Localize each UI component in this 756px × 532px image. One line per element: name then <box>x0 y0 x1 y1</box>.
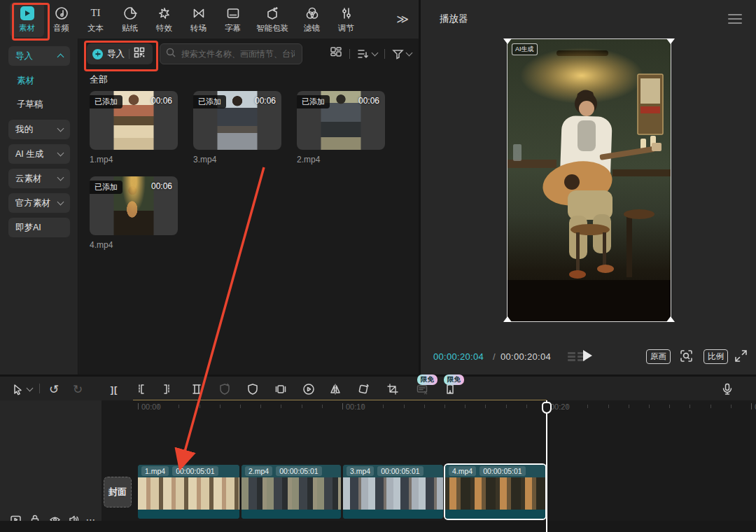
sidebar-item-official-material[interactable]: 官方素材 <box>8 193 70 213</box>
media-card-4[interactable]: 已添加 00:06 <box>90 176 178 235</box>
playhead-handle[interactable] <box>542 402 552 414</box>
clip-duration: 00:00:05:01 <box>479 466 525 476</box>
sidebar-item-subdraft[interactable]: 子草稿 <box>17 99 43 111</box>
tab-effects[interactable]: 特效 <box>147 2 181 37</box>
media-card-2[interactable]: 已添加 00:06 <box>297 91 385 150</box>
timeline-clip-4-selected[interactable]: 4.mp4 00:00:05:01 <box>444 463 547 520</box>
sidebar-item-mine[interactable]: 我的 <box>8 120 70 139</box>
crop-icon[interactable] <box>385 382 400 397</box>
aspect-ratio-button[interactable]: 比例 <box>704 349 728 364</box>
mirror-icon[interactable] <box>328 382 343 397</box>
resize-handle[interactable] <box>666 316 675 322</box>
effects-icon <box>158 6 172 21</box>
split-keep-left-icon[interactable] <box>133 382 148 397</box>
tab-transitions[interactable]: 转场 <box>181 2 216 37</box>
added-badge: 已添加 <box>193 95 226 108</box>
grid-view-icon[interactable] <box>330 46 342 62</box>
tab-label: 文本 <box>88 23 104 34</box>
resize-handle[interactable] <box>666 38 675 44</box>
tab-label: 调节 <box>338 23 354 34</box>
section-title: 全部 <box>90 74 108 86</box>
sidebar-item-cloud-material[interactable]: 云素材 <box>8 169 70 188</box>
chevron-down-icon <box>57 174 64 181</box>
tab-smart-package[interactable]: 智能包装 <box>250 2 295 37</box>
current-timecode: 00:00:20:04 <box>433 351 484 362</box>
media-sidebar: 导入 素材 子草稿 我的 AI 生成 云素材 官方素材 即梦AI <box>0 38 78 374</box>
total-timecode: 00:00:20:04 <box>500 351 551 362</box>
tab-captions[interactable]: 字幕 <box>216 2 250 37</box>
select-tool-icon[interactable] <box>10 382 25 397</box>
clip-name: 4.mp4 <box>449 466 476 476</box>
chevron-down-icon <box>57 125 64 132</box>
microphone-icon[interactable] <box>720 382 735 397</box>
mask-icon[interactable] <box>245 382 260 397</box>
sidebar-item-material[interactable]: 素材 <box>17 75 34 87</box>
timeline-panel: ↺ ↻ ][ 限免 限免 00:00 00:10 00:20 0 <box>0 377 756 532</box>
timeline-clip-1[interactable]: 1.mp4 00:00:05:01 <box>138 465 239 519</box>
split-icon[interactable]: ][ <box>106 382 122 397</box>
audio-icon <box>55 6 69 21</box>
timeline-clip-2[interactable]: 2.mp4 00:00:05:01 <box>241 465 341 519</box>
tab-text[interactable]: TI 文本 <box>78 2 113 37</box>
preview-zoom-icon[interactable] <box>680 349 693 365</box>
timeline-clip-3[interactable]: 3.mp4 00:00:05:01 <box>343 465 443 519</box>
play-button[interactable] <box>583 350 592 361</box>
background-icon[interactable] <box>273 382 288 397</box>
search-icon <box>166 48 176 60</box>
media-content-area: 导入 全部 已添加 00:06 1.mp4 <box>79 38 419 374</box>
clip-name: 2.mp4 <box>245 466 272 476</box>
cover-button[interactable]: 封面 <box>104 477 132 507</box>
tab-filters[interactable]: 滤镜 <box>295 2 329 37</box>
tab-sticker[interactable]: 贴纸 <box>113 2 147 37</box>
search-input[interactable] <box>180 48 296 59</box>
clip-filmstrip <box>445 477 545 510</box>
expand-panels-button[interactable]: ≫ <box>396 12 409 27</box>
tab-label: 滤镜 <box>304 23 320 34</box>
fullscreen-icon[interactable] <box>734 349 748 365</box>
chevron-down-icon <box>372 50 379 57</box>
player-controls: 00:00:20:04 / 00:00:20:04 原画 比例 <box>421 344 756 370</box>
media-view-tools <box>330 43 412 64</box>
clip-filmstrip <box>241 477 341 510</box>
tab-adjust[interactable]: 调节 <box>329 2 363 37</box>
player-menu-icon[interactable] <box>728 14 742 24</box>
player-title: 播放器 <box>440 13 468 25</box>
speed-icon[interactable] <box>301 382 316 397</box>
media-library-panel: 素材 音频 TI 文本 贴纸 特效 转场 <box>0 0 419 374</box>
sidebar-item-import[interactable]: 导入 <box>8 46 70 66</box>
sticker-icon <box>123 6 137 21</box>
chevron-down-icon[interactable] <box>25 382 34 397</box>
delete-segment-icon[interactable] <box>189 382 204 397</box>
clip-filmstrip <box>138 477 239 510</box>
split-keep-right-icon[interactable] <box>160 382 175 397</box>
video-preview[interactable]: AI生成 <box>507 38 671 322</box>
chevron-down-icon <box>57 150 64 157</box>
transitions-icon <box>192 6 206 21</box>
sort-icon[interactable] <box>357 48 377 59</box>
resize-handle[interactable] <box>503 38 512 44</box>
media-card-3[interactable]: 已添加 00:06 <box>193 91 281 150</box>
redo-icon[interactable]: ↻ <box>70 382 85 397</box>
tab-label: 转场 <box>190 23 206 34</box>
sidebar-item-jimeng-ai[interactable]: 即梦AI <box>8 218 70 237</box>
tab-label: 特效 <box>156 23 172 34</box>
sidebar-item-ai-generate[interactable]: AI 生成 <box>8 144 70 164</box>
undo-icon[interactable]: ↺ <box>46 382 62 397</box>
file-name: 3.mp4 <box>193 155 216 164</box>
ai-generated-badge: AI生成 <box>512 43 538 55</box>
timeline-ruler[interactable]: 00:00 00:10 00:20 0 <box>0 400 756 417</box>
track-header: ⋯ <box>0 400 102 521</box>
duration-label: 00:06 <box>151 96 172 106</box>
adjust-icon <box>340 6 354 21</box>
free-limited-badge: 限免 <box>417 374 438 385</box>
media-card-1[interactable]: 已添加 00:06 <box>90 91 178 150</box>
timeline-toolbar: ↺ ↻ ][ 限免 限免 <box>0 377 756 400</box>
smart-cutout-ai-icon[interactable] <box>217 382 232 397</box>
playhead-line[interactable] <box>546 400 547 532</box>
filter-icon[interactable] <box>392 48 412 59</box>
original-quality-button[interactable]: 原画 <box>646 349 671 364</box>
rotate-icon[interactable] <box>356 382 371 397</box>
clip-duration: 00:00:05:01 <box>276 466 321 476</box>
clip-name: 3.mp4 <box>346 466 374 476</box>
resize-handle[interactable] <box>503 316 512 322</box>
